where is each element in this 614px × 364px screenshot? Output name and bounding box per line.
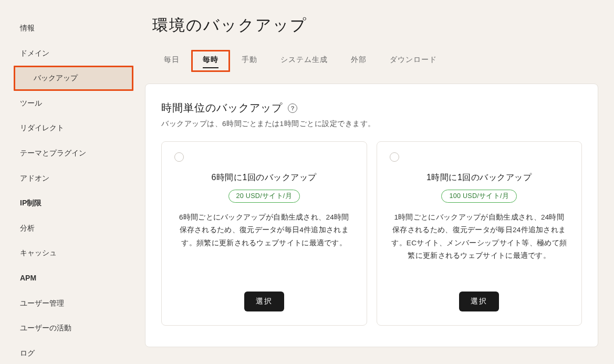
sidebar-item-analytics[interactable]: 分析 <box>0 216 137 241</box>
sidebar: 情報 ドメイン バックアップ ツール リダイレクト テーマとプラグイン アドオン… <box>0 0 137 364</box>
section-subtitle: バックアップは、6時間ごとまたは1時間ごとに設定できます。 <box>161 119 582 129</box>
plan-description: 6時間ごとにバックアップが自動生成され、24時間保存されるため、復元データが毎日… <box>174 211 354 249</box>
backup-panel: 時間単位のバックアップ ? バックアップは、6時間ごとまたは1時間ごとに設定でき… <box>145 84 598 347</box>
sidebar-item-apm[interactable]: APM <box>0 266 137 291</box>
plan-cards: 6時間に1回のバックアップ 20 USD/サイト/月 6時間ごとにバックアップが… <box>161 141 582 326</box>
sidebar-item-themes-plugins[interactable]: テーマとプラグイン <box>0 141 137 166</box>
tab-hourly[interactable]: 毎時 <box>191 50 230 72</box>
section-header: 時間単位のバックアップ ? <box>161 101 582 115</box>
plan-radio-1h[interactable] <box>390 152 399 162</box>
plan-title: 1時間に1回のバックアップ <box>390 172 569 183</box>
sidebar-item-ip-restrict[interactable]: IP制限 <box>0 191 137 216</box>
tab-daily[interactable]: 毎日 <box>152 50 191 72</box>
sidebar-item-logs[interactable]: ログ <box>0 341 137 364</box>
sidebar-item-user-mgmt[interactable]: ユーザー管理 <box>0 291 137 316</box>
plan-card-1h: 1時間に1回のバックアップ 100 USD/サイト/月 1時間ごとにバックアップ… <box>377 141 582 326</box>
tab-system[interactable]: システム生成 <box>269 50 339 72</box>
plan-price: 20 USD/サイト/月 <box>228 190 300 203</box>
sidebar-item-addons[interactable]: アドオン <box>0 166 137 191</box>
section-title: 時間単位のバックアップ <box>161 101 283 115</box>
sidebar-item-backup[interactable]: バックアップ <box>14 66 133 91</box>
tab-external[interactable]: 外部 <box>339 50 378 72</box>
tab-manual[interactable]: 手動 <box>230 50 269 72</box>
sidebar-item-info[interactable]: 情報 <box>0 16 137 41</box>
sidebar-item-cache[interactable]: キャッシュ <box>0 241 137 266</box>
plan-title: 6時間に1回のバックアップ <box>174 172 354 183</box>
sidebar-item-domain[interactable]: ドメイン <box>0 41 137 66</box>
select-button-1h[interactable]: 選択 <box>459 292 499 311</box>
sidebar-item-redirect[interactable]: リダイレクト <box>0 116 137 141</box>
main-content: 環境のバックアップ 毎日 毎時 手動 システム生成 外部 ダウンロード 時間単位… <box>137 0 614 364</box>
page-title: 環境のバックアップ <box>152 15 598 36</box>
sidebar-item-tools[interactable]: ツール <box>0 91 137 116</box>
plan-card-6h: 6時間に1回のバックアップ 20 USD/サイト/月 6時間ごとにバックアップが… <box>161 141 367 326</box>
tabs: 毎日 毎時 手動 システム生成 外部 ダウンロード <box>152 50 598 72</box>
plan-price: 100 USD/サイト/月 <box>441 190 517 203</box>
select-button-6h[interactable]: 選択 <box>244 292 284 311</box>
plan-radio-6h[interactable] <box>174 152 184 162</box>
tab-download[interactable]: ダウンロード <box>378 50 449 72</box>
plan-description: 1時間ごとにバックアップが自動生成され、24時間保存されるため、復元データが毎日… <box>390 211 569 271</box>
help-icon[interactable]: ? <box>288 103 297 113</box>
sidebar-item-user-activity[interactable]: ユーザーの活動 <box>0 316 137 341</box>
